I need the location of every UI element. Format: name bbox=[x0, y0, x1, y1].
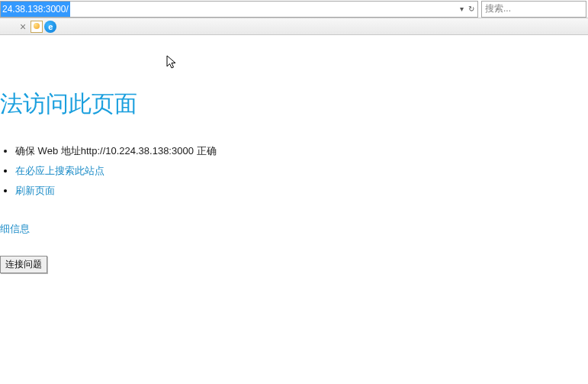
check-url-text: 确保 Web 地址http://10.224.38.138:3000 正确 bbox=[15, 144, 588, 158]
error-heading: 法访问此页面 bbox=[0, 89, 588, 120]
address-bar[interactable]: 24.38.138:3000/ ▾ ↻ bbox=[0, 1, 478, 18]
browser-toolbar: 24.38.138:3000/ ▾ ↻ 搜索... bbox=[0, 0, 588, 18]
url-text: 24.38.138:3000/ bbox=[1, 2, 70, 17]
bing-search-link[interactable]: 在必应上搜索此站点 bbox=[15, 165, 104, 176]
refresh-link[interactable]: 刷新页面 bbox=[15, 185, 55, 196]
tab-bar: × bbox=[0, 18, 588, 35]
fix-connection-button[interactable]: 连接问题 bbox=[0, 256, 47, 273]
page-content: 法访问此页面 确保 Web 地址http://10.224.38.138:300… bbox=[0, 89, 588, 273]
dropdown-icon[interactable]: ▾ bbox=[460, 5, 464, 13]
blank-page-icon[interactable] bbox=[31, 21, 43, 33]
error-suggestion-list: 确保 Web 地址http://10.224.38.138:3000 正确 在必… bbox=[0, 144, 588, 198]
refresh-icon[interactable]: ↻ bbox=[468, 5, 474, 13]
more-info-link[interactable]: 细信息 bbox=[0, 222, 588, 236]
search-placeholder: 搜索... bbox=[485, 2, 511, 15]
address-bar-controls: ▾ ↻ bbox=[457, 5, 477, 13]
tab-close-button[interactable]: × bbox=[15, 21, 31, 33]
mouse-cursor-icon bbox=[166, 55, 178, 70]
search-input[interactable]: 搜索... bbox=[481, 1, 586, 18]
ie-icon[interactable] bbox=[44, 21, 56, 33]
